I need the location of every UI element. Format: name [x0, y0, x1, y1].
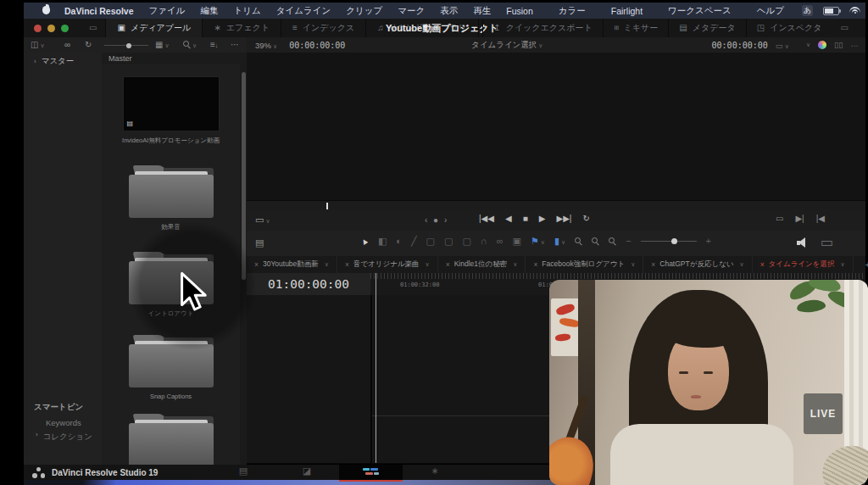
sidebar-item-master[interactable]: › マスター	[24, 53, 102, 70]
more-options-button[interactable]: ⋯	[231, 40, 239, 49]
media-folder-item[interactable]: サムネイル	[102, 414, 240, 465]
first-frame-button[interactable]: |◀◀	[479, 215, 494, 223]
stop-button[interactable]: ■	[523, 215, 528, 223]
overwrite-clip-button[interactable]: ▢	[444, 237, 453, 246]
audio-monitor-icon[interactable]	[797, 237, 809, 248]
dual-screen-icon[interactable]: ▭	[832, 24, 857, 32]
battery-icon[interactable]	[823, 7, 839, 15]
input-source-icon[interactable]: あ	[802, 5, 813, 16]
mixer-toggle-icon[interactable]: ▭	[821, 236, 833, 249]
chevron-down-icon[interactable]: ∨	[513, 261, 517, 268]
disclosure-arrow-icon[interactable]: ›	[34, 59, 36, 65]
chevron-down-icon[interactable]: ∨	[740, 261, 744, 268]
jog-control[interactable]: ‹ ● ›	[425, 215, 448, 225]
marker-button[interactable]: ▮∨	[554, 236, 565, 246]
clip-thumbnail[interactable]: ▤	[123, 76, 220, 131]
selection-tool-button[interactable]: ▲	[359, 235, 370, 248]
close-icon[interactable]: ×	[651, 260, 655, 269]
quick-export-button[interactable]: ↥ クイックエクスポート	[482, 19, 603, 37]
cut-page-icon[interactable]: ◪	[298, 466, 315, 476]
position-lock-button[interactable]: ▣	[513, 237, 521, 246]
tab-effects[interactable]: ∗ エフェクト	[202, 19, 281, 37]
menu-view[interactable]: 表示	[432, 5, 465, 17]
menu-fusion[interactable]: Fusion	[498, 6, 541, 16]
cinema-viewer-button[interactable]: ▭	[776, 215, 783, 223]
sort-button[interactable]: ≡↓	[210, 40, 218, 49]
tab-media-pool[interactable]: ▣ メディアプール	[105, 19, 202, 37]
timeline-tab-active[interactable]: × タイムラインを選択 ∨	[753, 256, 854, 273]
sidebar-toggle-button[interactable]: ◫∨	[31, 40, 45, 49]
play-reverse-button[interactable]: ◀	[505, 215, 512, 223]
chevron-down-icon[interactable]: ∨	[426, 261, 430, 268]
menu-timeline[interactable]: タイムライン	[269, 5, 338, 17]
close-window-button[interactable]	[34, 25, 42, 32]
timeline-tab[interactable]: × Kindle1位の秘密 ∨	[438, 256, 526, 273]
search-button[interactable]: ∨	[183, 40, 197, 49]
app-menu[interactable]: DaVinci Resolve	[57, 6, 142, 16]
close-icon[interactable]: ×	[533, 260, 537, 269]
dual-viewer-icon[interactable]: ▯▯	[834, 41, 843, 49]
close-icon[interactable]: ×	[345, 260, 349, 269]
media-clip-item[interactable]: ▤ InvideoAI無料プロモーション動画	[102, 76, 240, 145]
sidebar-item-keywords[interactable]: Keywords	[24, 418, 102, 427]
clean-feed-icon[interactable]: ▭	[81, 24, 105, 32]
media-page-icon[interactable]: ▤	[235, 466, 252, 476]
grid-view-button[interactable]: ▦∨	[155, 40, 170, 49]
match-frame-button[interactable]: ▶|	[795, 215, 804, 223]
replace-clip-button[interactable]: ▢	[462, 237, 470, 246]
edit-page-button[interactable]	[339, 465, 403, 480]
thumbnail-size-slider[interactable]	[104, 45, 148, 46]
menu-file[interactable]: ファイル	[142, 5, 193, 17]
viewer-options-button[interactable]: ⋯	[851, 41, 860, 50]
menu-fairlight[interactable]: Fairlight	[604, 6, 650, 16]
dynamic-trim-button[interactable]: ◐	[396, 237, 402, 246]
tab-index[interactable]: ≡ インデックス	[281, 19, 365, 37]
inspector-button[interactable]: ◳ インスペクタ	[746, 19, 832, 37]
disclosure-arrow-icon[interactable]: ›	[36, 432, 38, 443]
add-timeline-tab-button[interactable]: +	[854, 259, 868, 270]
mixer-button[interactable]: ≡ ミキサー	[603, 19, 669, 37]
play-button[interactable]: ▶	[539, 215, 546, 223]
menu-mark[interactable]: マーク	[390, 5, 432, 17]
sidebar-item-collections[interactable]: › コレクション	[24, 432, 102, 443]
clip-color-icon[interactable]: ∞	[64, 40, 70, 49]
menu-help[interactable]: ヘルプ	[749, 5, 792, 17]
loop-button[interactable]: ↻	[582, 215, 589, 223]
timeline-view-options-button[interactable]: ▤	[255, 237, 264, 248]
zoom-detail-button[interactable]	[592, 236, 599, 246]
flag-button[interactable]: ⚑∨	[531, 236, 545, 246]
insert-clip-button[interactable]: ▢	[426, 237, 435, 246]
zoom-custom-button[interactable]	[609, 236, 616, 246]
timeline-tab[interactable]: × ChatGPTが反応しない ∨	[643, 256, 752, 273]
color-wheel-icon[interactable]	[818, 41, 826, 49]
metadata-button[interactable]: ▤ メタデータ	[668, 19, 745, 37]
menu-edit[interactable]: 編集	[193, 5, 226, 17]
timeline-viewer[interactable]	[247, 53, 865, 200]
timeline-tab[interactable]: × 30Youtube動画新 ∨	[247, 256, 337, 273]
folder-icon[interactable]	[127, 165, 215, 218]
gang-viewers-button[interactable]: ▭∨	[776, 41, 789, 50]
zoom-in-icon[interactable]: +	[706, 237, 711, 246]
menu-trim[interactable]: トリム	[226, 5, 269, 17]
folder-icon[interactable]	[127, 414, 215, 465]
close-icon[interactable]: ×	[760, 260, 765, 269]
zoom-window-button[interactable]	[61, 25, 69, 32]
snapping-button[interactable]: ∩	[481, 237, 487, 246]
menu-color[interactable]: カラー	[551, 5, 593, 17]
fusion-page-icon[interactable]: ∗	[426, 466, 443, 476]
usage-icon[interactable]: ↻	[85, 40, 92, 49]
timeline-start-button[interactable]: |◀	[816, 215, 825, 223]
playhead[interactable]	[376, 273, 376, 463]
timeline-tab[interactable]: × Facebook強制ログアウト ∨	[526, 256, 643, 273]
menu-playback[interactable]: 再生	[465, 5, 498, 17]
chevron-down-icon[interactable]: ∨	[841, 261, 845, 268]
chevron-down-icon[interactable]: ∨	[631, 261, 635, 268]
slider-handle[interactable]	[671, 238, 677, 244]
menu-workspace[interactable]: ワークスペース	[660, 5, 739, 17]
timeline-tab[interactable]: × 音でオリジナル楽曲 ∨	[337, 256, 438, 273]
timeline-zoom-slider[interactable]	[641, 241, 697, 242]
apple-menu[interactable]	[24, 6, 57, 16]
menu-clip[interactable]: クリップ	[338, 5, 390, 17]
zoom-full-extent-button[interactable]	[575, 236, 582, 246]
wifi-icon[interactable]	[849, 7, 860, 15]
